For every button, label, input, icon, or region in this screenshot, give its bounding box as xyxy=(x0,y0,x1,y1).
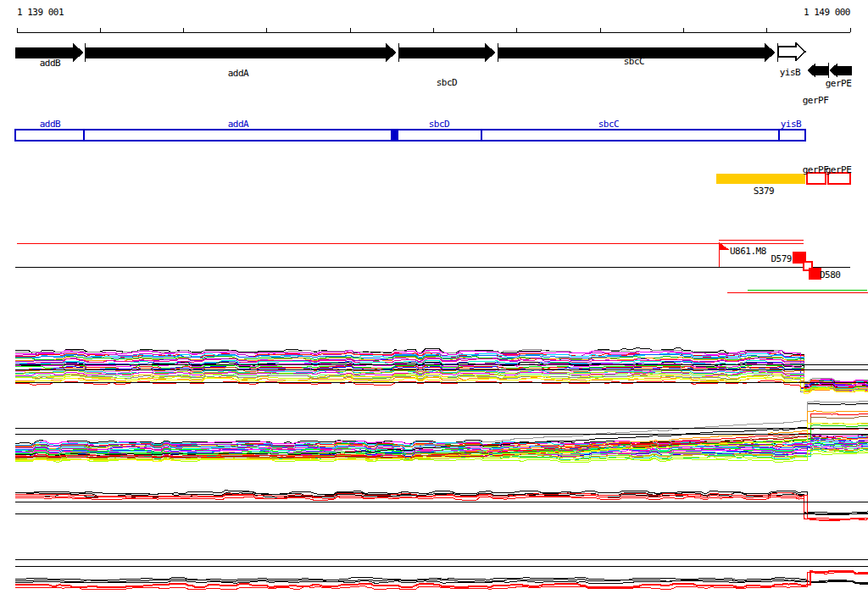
gene-arrow-gerPE[interactable] xyxy=(829,64,852,78)
gene-label-sbcD: sbcD xyxy=(437,77,458,88)
feature-label-gerPE: gerPE xyxy=(826,164,852,175)
feature-label-S379: S379 xyxy=(754,186,775,197)
signal-trace xyxy=(15,571,868,587)
feature-box-S379[interactable] xyxy=(716,174,805,184)
gene-arrow-yisB[interactable] xyxy=(778,43,805,60)
gene-arrow-gerPF[interactable] xyxy=(807,64,828,78)
signal-trace xyxy=(15,378,868,393)
gene-label-addB: addB xyxy=(40,58,61,69)
region-label-sbcD: sbcD xyxy=(429,119,450,130)
region-segment-addA[interactable] xyxy=(84,130,391,141)
region-segment-yisB[interactable] xyxy=(779,130,805,141)
gene-arrow-addA[interactable] xyxy=(86,43,397,62)
gene-label-gerPF: gerPF xyxy=(803,95,829,106)
genome-browser-canvas: 1 139 001 1 149 000 addBaddAsbcDsbcCyisB… xyxy=(0,0,868,605)
region-segment-sbcC[interactable] xyxy=(481,130,779,141)
region-segment-sbcD[interactable] xyxy=(398,130,481,141)
region-segment-addB[interactable] xyxy=(15,130,84,141)
genome-browser-svg xyxy=(0,0,868,605)
gene-label-yisB: yisB xyxy=(780,67,801,78)
coordinate-end: 1 149 000 xyxy=(804,7,850,18)
gene-label-addA: addA xyxy=(228,68,249,79)
region-label-addB: addB xyxy=(40,119,61,130)
signal-trace xyxy=(15,495,868,520)
marker-label-D580: D580 xyxy=(820,269,841,280)
coordinate-start: 1 139 001 xyxy=(17,7,64,18)
region-label-yisB: yisB xyxy=(781,119,802,130)
region-label-addA: addA xyxy=(228,119,249,130)
marker-box-D579[interactable] xyxy=(793,253,805,263)
flag-label: U861.M8 xyxy=(730,246,766,257)
gene-label-sbcC: sbcC xyxy=(624,56,645,67)
region-filled-segment[interactable] xyxy=(391,130,398,141)
region-label-sbcC: sbcC xyxy=(598,119,620,130)
gene-label-gerPE: gerPE xyxy=(826,78,852,89)
marker-label-D579: D579 xyxy=(771,253,793,264)
gene-arrow-sbcD[interactable] xyxy=(399,43,496,62)
signal-trace xyxy=(15,497,868,519)
